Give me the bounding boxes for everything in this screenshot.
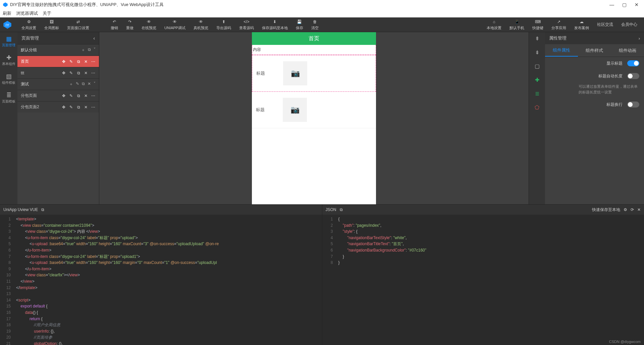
gear-icon[interactable]: ⚙ — [624, 207, 627, 212]
tab-styles[interactable]: 组件样式 — [578, 44, 611, 57]
refresh-icon[interactable]: ⟳ — [631, 207, 634, 212]
warning-icon[interactable]: ⬠ — [535, 104, 539, 111]
content-label[interactable]: 内容 — [252, 45, 376, 55]
tree-group-default[interactable]: 默认分组 ＋⧉˅ — [17, 44, 99, 56]
code-editor-left: UniApp Uview VUE ⧉ 123456789101112131415… — [0, 205, 322, 345]
tree-item-ttt[interactable]: ttt ✥✎⧉✕⋯ — [17, 67, 99, 78]
redo-button[interactable]: ↷重做 — [122, 19, 138, 30]
more-icon[interactable]: ⋯ — [91, 71, 96, 75]
puzzle-icon[interactable]: ✚ — [535, 77, 539, 83]
quick-save-button[interactable]: 快速保存至本地 — [592, 207, 620, 213]
tree-item-home[interactable]: 首页 ✥✎⧉✕⋯ — [17, 56, 99, 67]
chevron-down-icon[interactable]: ˅ — [94, 47, 96, 53]
delete-icon[interactable]: ✕ — [84, 59, 88, 64]
undo-button[interactable]: ↶撤销 — [107, 19, 122, 30]
uniapp-debug-button[interactable]: 👁UNIAPP调试 — [160, 19, 190, 30]
share-app-button[interactable]: ↗分享应用 — [547, 19, 570, 30]
toggle-title-wrap[interactable] — [627, 101, 639, 108]
tree-group-test[interactable]: 测试 ＋✎⧉✕˅ — [17, 78, 99, 90]
tree-header: 页面管理 ‹ — [17, 32, 99, 44]
align-top-icon[interactable]: ⇞ — [535, 36, 539, 42]
menu-browser-debug[interactable]: 浏览器调试 — [16, 10, 38, 16]
menu-refresh[interactable]: 刷新 — [3, 10, 11, 16]
expand-right-icon[interactable]: › — [639, 36, 640, 41]
export-code-button[interactable]: ⬆导出源码 — [212, 19, 235, 30]
move-icon[interactable]: ✥ — [61, 105, 66, 110]
copy-icon[interactable]: ⧉ — [340, 207, 343, 212]
delete-icon[interactable]: ✕ — [84, 71, 88, 75]
copy-icon[interactable]: ⧉ — [88, 47, 91, 53]
link-icon: ⇄ — [75, 19, 81, 25]
add-icon[interactable]: ＋ — [69, 81, 73, 87]
more-icon[interactable]: ⋯ — [91, 59, 96, 64]
list-icon[interactable]: ≣ — [535, 90, 539, 97]
code-area[interactable]: <template> <view class="container contai… — [13, 215, 322, 345]
form-row-1[interactable]: 标题 📷 — [252, 55, 376, 92]
form-row-2[interactable]: 标题 📷 — [252, 92, 376, 128]
global-icons-button[interactable]: 🖼全局图标 — [40, 19, 63, 30]
prop-label: 显示标题 — [550, 61, 627, 66]
edit-icon[interactable]: ✎ — [69, 59, 73, 64]
upload-placeholder-icon[interactable]: 📷 — [283, 61, 307, 85]
maximize-button[interactable]: ▢ — [622, 2, 627, 7]
tab-anim[interactable]: 组件动画 — [611, 44, 644, 57]
move-icon[interactable]: ✥ — [61, 59, 66, 64]
publish-case-button[interactable]: ☁发布案例 — [570, 19, 593, 30]
close-icon[interactable]: ✕ — [637, 207, 641, 212]
toggle-show-title[interactable] — [627, 60, 639, 66]
line-gutter: 12345678 — [322, 215, 336, 345]
close-button[interactable]: ✕ — [635, 2, 639, 7]
default-phone-button[interactable]: 📱默认手机 — [505, 19, 528, 30]
code-area[interactable]: { "path": "pages/index", "style": { "nav… — [336, 215, 644, 345]
local-settings-button[interactable]: ⌂本地设置 — [483, 19, 505, 30]
device-preview-button[interactable]: 👁真机预览 — [190, 19, 212, 30]
copy-icon[interactable]: ⧉ — [76, 105, 81, 110]
member-link[interactable]: 会员中心 — [617, 22, 641, 27]
edit-icon[interactable]: ✎ — [69, 105, 73, 110]
save-local-button[interactable]: ⬇保存源码至本地 — [258, 19, 292, 30]
tree-item-subpage2[interactable]: 分包页面2 ✥✎⧉✕⋯ — [17, 101, 99, 113]
delete-icon[interactable]: ✕ — [84, 105, 88, 110]
mobile-icon: 📱 — [514, 19, 520, 25]
tree-item-subpage1[interactable]: 分包页面 ✥✎⧉✕⋯ — [17, 90, 99, 101]
align-bottom-icon[interactable]: ⇟ — [535, 49, 539, 56]
design-canvas[interactable]: 首页 内容 标题 📷 标题 📷 — [99, 32, 529, 204]
chevron-down-icon[interactable]: ˅ — [94, 81, 96, 87]
online-preview-button[interactable]: 👁在线预览 — [138, 19, 160, 30]
more-icon[interactable]: ⋯ — [91, 93, 96, 98]
more-icon[interactable]: ⋯ — [91, 105, 96, 110]
delete-icon[interactable]: ✕ — [88, 81, 91, 87]
global-settings-button[interactable]: ⚙全局设置 — [17, 19, 40, 30]
tab-components[interactable]: ✚基本组件 — [0, 51, 17, 70]
copy-icon[interactable]: ⧉ — [41, 207, 44, 212]
tab-templates[interactable]: ▧组件模板 — [0, 70, 17, 88]
edit-icon[interactable]: ✎ — [76, 81, 79, 87]
minimize-button[interactable]: — — [609, 2, 614, 7]
tab-page-templates[interactable]: ≣页面模板 — [0, 88, 17, 107]
view-code-button[interactable]: </>查看源码 — [235, 19, 258, 30]
copy-icon[interactable]: ⧉ — [76, 71, 81, 75]
shortcuts-button[interactable]: ⌨快捷键 — [528, 19, 547, 30]
menu-about[interactable]: 关于 — [43, 10, 51, 16]
code-editor-right: JSON ⧉ 快速保存至本地 ⚙ ⟳ ✕ 12345678 { "path": … — [322, 205, 644, 345]
edit-icon[interactable]: ✎ — [69, 71, 73, 75]
edit-icon[interactable]: ✎ — [69, 93, 73, 98]
upload-placeholder-icon[interactable]: 📷 — [283, 98, 307, 122]
add-icon[interactable]: ＋ — [81, 47, 85, 53]
rect-icon[interactable]: ▢ — [535, 63, 540, 69]
copy-icon[interactable]: ⧉ — [76, 93, 81, 98]
tab-props[interactable]: 组件属性 — [545, 44, 578, 57]
save-button[interactable]: 💾保存 — [292, 19, 307, 30]
move-icon[interactable]: ✥ — [61, 71, 66, 75]
move-icon[interactable]: ✥ — [61, 93, 66, 98]
delete-icon[interactable]: ✕ — [84, 93, 88, 98]
clear-button[interactable]: 🗑清空 — [307, 19, 323, 30]
community-link[interactable]: 社区交流 — [593, 22, 617, 27]
layers-icon: ≣ — [5, 92, 12, 98]
copy-icon[interactable]: ⧉ — [76, 59, 81, 64]
collapse-left-icon[interactable]: ‹ — [93, 36, 95, 41]
toggle-title-auto-len[interactable] — [627, 73, 639, 79]
copy-icon[interactable]: ⧉ — [82, 81, 85, 87]
tab-pages[interactable]: ▦页面管理 — [0, 32, 17, 51]
page-api-button[interactable]: ⇄页面接口设置 — [63, 19, 93, 30]
